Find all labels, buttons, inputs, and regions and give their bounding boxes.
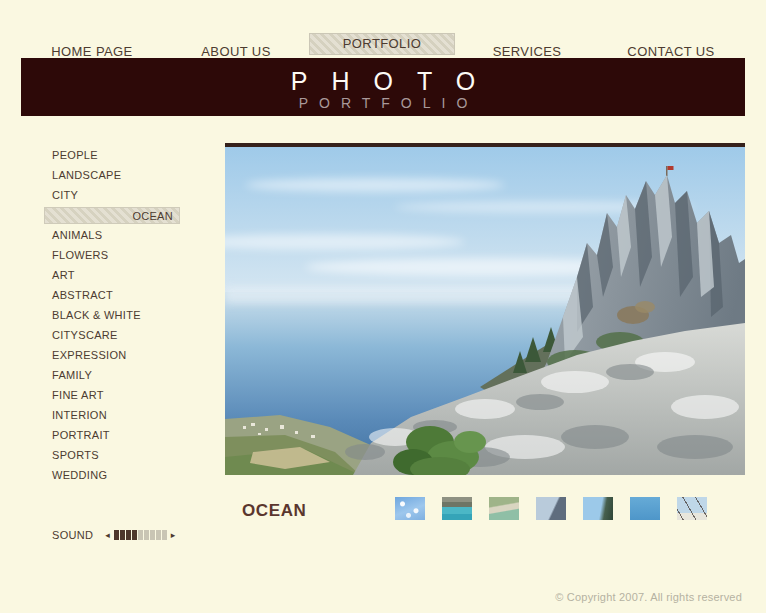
page-root: HOME PAGE ABOUT US PORTFOLIO SERVICES CO… [0, 0, 766, 613]
volume-bar-segment[interactable] [114, 530, 119, 540]
sidebar-item-abstract[interactable]: ABSTRACT [44, 285, 180, 305]
volume-bar-segment[interactable] [132, 530, 137, 540]
volume-bar-segment[interactable] [120, 530, 125, 540]
sidebar-item-wedding[interactable]: WEDDING [44, 465, 180, 485]
sidebar-item-animals[interactable]: ANIMALS [44, 225, 180, 245]
nav-item-contact-us[interactable]: CONTACT US [627, 44, 714, 59]
sidebar-item-expression[interactable]: EXPRESSION [44, 345, 180, 365]
main-photo [225, 143, 745, 475]
volume-bar-segment[interactable] [156, 530, 161, 540]
volume-down-icon[interactable]: ◂ [105, 529, 110, 541]
sidebar-item-sports[interactable]: SPORTS [44, 445, 180, 465]
volume-bars[interactable] [114, 530, 167, 540]
sidebar-item-people[interactable]: PEOPLE [44, 145, 180, 165]
volume-bar-segment[interactable] [162, 530, 167, 540]
sidebar-item-black-white[interactable]: BLACK & WHITE [44, 305, 180, 325]
volume-bar-segment[interactable] [126, 530, 131, 540]
sidebar-item-flowers[interactable]: FLOWERS [44, 245, 180, 265]
sidebar-item-ocean[interactable]: OCEAN [44, 207, 180, 224]
sidebar-item-landscape[interactable]: LANDSCAPE [44, 165, 180, 185]
header-band: PHOTO PORTFOLIO [21, 58, 745, 116]
copyright-text: © Copyright 2007. All rights reserved [555, 591, 742, 603]
thumbnail-cliff-trees-sky[interactable] [583, 497, 613, 520]
site-title: PHOTO [21, 68, 745, 94]
category-sidebar: PEOPLE LANDSCAPE CITY OCEAN ANIMALS FLOW… [44, 145, 180, 485]
thumbnail-strip [395, 497, 707, 520]
volume-bar-segment[interactable] [138, 530, 143, 540]
site-subtitle: PORTFOLIO [21, 96, 745, 111]
thumbnail-beach-shore[interactable] [489, 497, 519, 520]
thumbnail-open-blue-sea[interactable] [630, 497, 660, 520]
ocean-landscape-photo [225, 147, 745, 475]
nav-item-services[interactable]: SERVICES [493, 44, 562, 59]
sound-label: SOUND [52, 529, 93, 541]
nav-item-about-us[interactable]: ABOUT US [201, 44, 270, 59]
sound-control: SOUND ◂ ▸ [52, 529, 175, 541]
volume-bar-segment[interactable] [144, 530, 149, 540]
sidebar-item-portrait[interactable]: PORTRAIT [44, 425, 180, 445]
sidebar-item-cityscare[interactable]: CITYSCARE [44, 325, 180, 345]
sidebar-item-family[interactable]: FAMILY [44, 365, 180, 385]
thumbnail-rocky-pier[interactable] [442, 497, 472, 520]
sidebar-item-art[interactable]: ART [44, 265, 180, 285]
nav-item-home-page[interactable]: HOME PAGE [51, 44, 132, 59]
thumbnail-sparkling-water[interactable] [395, 497, 425, 520]
sidebar-item-interion[interactable]: INTERION [44, 405, 180, 425]
thumbnail-coastal-rocks-clouds[interactable] [536, 497, 566, 520]
sidebar-item-city[interactable]: CITY [44, 185, 180, 205]
thumbnail-sailboat-rigging[interactable] [677, 497, 707, 520]
nav-item-portfolio[interactable]: PORTFOLIO [309, 33, 455, 55]
volume-up-icon[interactable]: ▸ [171, 529, 176, 541]
category-title: OCEAN [242, 501, 306, 521]
volume-bar-segment[interactable] [150, 530, 155, 540]
sidebar-item-fine-art[interactable]: FINE ART [44, 385, 180, 405]
